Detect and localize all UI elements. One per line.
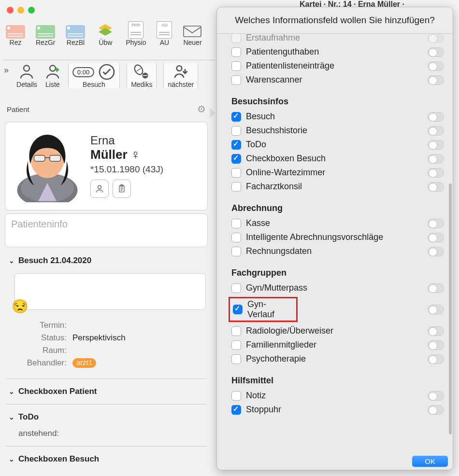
toggle[interactable] [428,340,444,350]
toggle[interactable] [428,168,444,178]
form-tag-icon [6,25,25,39]
toggle[interactable] [428,326,444,336]
option-label: Intelligente Abrechnungsvorschläge [246,232,423,242]
chevron-down-icon: ⌄ [9,257,14,265]
toggle[interactable] [428,61,444,71]
svg-point-4 [50,66,56,71]
toolbar-rezgr-button[interactable]: RezGr [36,25,55,46]
checkbox[interactable] [231,283,241,293]
checkbox[interactable] [231,61,241,71]
toggle[interactable] [428,247,444,256]
toolbar-physio-button[interactable]: PHYPhysio [126,21,146,46]
besuch-label: Besuch [83,81,105,88]
toolbar-rez-button[interactable]: Rez [6,25,25,46]
behandler-badge[interactable]: arzt1 [72,358,96,368]
toggle[interactable] [428,154,444,164]
liste-button[interactable]: Liste [44,63,61,88]
toggle[interactable] [428,140,444,150]
patient-profile-button[interactable] [90,180,109,198]
toggle[interactable] [428,126,444,136]
toggle[interactable] [428,354,444,364]
patient-info-input[interactable]: Patienteninfo [5,213,208,247]
besuch-button[interactable]: 0:00 Besuch [68,63,120,88]
layers-icon [96,22,115,39]
toolbar-neuer-button[interactable]: Neuer [183,22,202,46]
checkbox[interactable] [231,405,241,415]
close-window-button[interactable] [7,7,14,14]
group-header: Fachgruppen [231,268,444,278]
gear-icon[interactable]: ⚙ [197,103,206,115]
toggle[interactable] [428,233,444,242]
mediks-button[interactable]: Mediks [127,63,157,88]
checkbox[interactable] [231,126,241,136]
toggle[interactable] [428,182,444,192]
checkbox[interactable] [231,140,241,150]
toggle[interactable] [428,283,444,293]
visit-section-header[interactable]: ⌄Besuch 21.04.2020 [0,251,213,270]
group-header: Besuchsinfos [231,97,444,107]
cb-patient-label: Checkboxen Patient [18,387,97,396]
checkbox[interactable] [231,75,241,85]
group-header: Hilfsmittel [231,376,444,386]
toolbar-expand-chevrons[interactable]: » [3,63,10,77]
todo-header[interactable]: ⌄ToDo [0,407,213,427]
svg-rect-2 [184,26,201,37]
toggle[interactable] [428,305,444,314]
checkbox[interactable] [231,112,241,122]
ok-button[interactable]: OK [412,456,448,467]
checkbox[interactable] [231,168,241,178]
toggle[interactable] [428,34,444,43]
dialog-title: Welches Informationsfeld wollen Sie hinz… [217,7,453,34]
checkbox[interactable] [231,219,241,228]
checkbox[interactable] [231,247,241,256]
checkbox[interactable] [231,340,241,350]
toolbar-übw-button[interactable]: Übw [96,22,115,46]
toggle[interactable] [428,47,444,57]
details-button[interactable]: Details [16,63,37,88]
status-label: Status: [9,333,67,343]
svg-marker-1 [99,28,112,36]
option-row: ToDo [231,138,444,152]
option-row: Familienmitglieder [231,338,444,352]
checkbox[interactable] [231,154,241,164]
toolbar-rezbl-button[interactable]: RezBl [66,25,85,46]
clipboard-button[interactable] [113,180,131,198]
option-row: Facharztkonsil [231,180,444,194]
checkbox[interactable] [231,391,241,401]
toolbar-item-label: RezBl [67,39,85,46]
checkbox[interactable] [233,305,243,314]
option-row: Erstaufnahme [231,34,444,45]
option-row: Besuchshistorie [231,124,444,138]
option-label: Rechnungsdaten [246,246,423,256]
option-label: Warenscanner [246,75,423,85]
mood-emoji-icon[interactable]: 😒 [12,298,29,314]
checkbox[interactable] [231,182,241,192]
toggle[interactable] [428,219,444,228]
checkbox[interactable] [231,326,241,336]
minimize-window-button[interactable] [17,7,24,14]
status-value: Perspektivisch [72,333,126,343]
checkbox[interactable] [231,47,241,57]
option-label: Patientenlisteneinträge [246,61,423,71]
toolbar-au-button[interactable]: AUAU [157,21,172,46]
option-label: ToDo [246,140,423,150]
option-label: Familienmitglieder [246,340,423,350]
checkboxen-besuch-header[interactable]: ⌄Checkboxen Besuch [0,449,213,469]
checkbox[interactable] [231,34,241,43]
visit-notes-box[interactable] [14,273,206,310]
toggle[interactable] [428,405,444,415]
todo-label: ToDo [18,412,39,422]
scrollbar-thumb[interactable] [449,183,452,434]
toggle[interactable] [428,112,444,122]
patient-last-name: Müller [90,147,128,162]
panel-title: Patient [7,105,29,113]
checkboxen-patient-header[interactable]: ⌄Checkboxen Patient [0,382,213,401]
toggle[interactable] [428,75,444,85]
option-row: Intelligente Abrechnungsvorschläge [231,230,444,244]
checkbox[interactable] [231,354,241,364]
naechster-button[interactable]: nächster [163,63,198,88]
toggle[interactable] [428,391,444,401]
zoom-window-button[interactable] [28,7,35,14]
toolbar-item-label: Physio [126,39,146,46]
checkbox[interactable] [231,233,241,242]
